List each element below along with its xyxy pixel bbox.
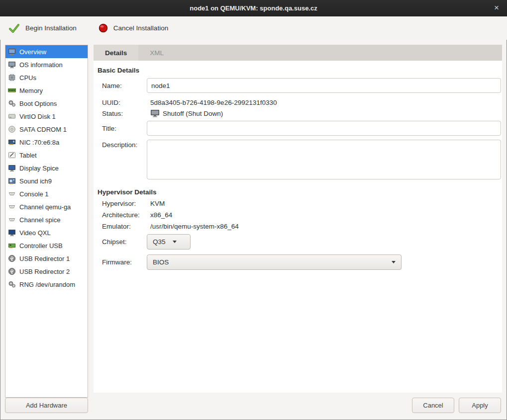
firmware-dropdown[interactable]: BIOS — [147, 254, 402, 270]
sidebar-item-label: Channel spice — [19, 216, 60, 224]
memory-icon — [8, 86, 16, 94]
sidebar-item-label: OS information — [19, 61, 63, 69]
cancel-installation-label: Cancel Installation — [113, 24, 168, 32]
tab-xml[interactable]: XML — [138, 45, 175, 61]
sidebar-item-memory[interactable]: Memory — [5, 84, 88, 97]
sidebar-item-display-spice[interactable]: Display Spice — [5, 162, 88, 174]
name-label: Name: — [102, 82, 147, 89]
tabstrip: Details XML — [94, 45, 502, 61]
boot-icon — [8, 99, 16, 107]
description-label: Description: — [102, 140, 147, 149]
nic-icon — [8, 138, 16, 146]
sidebar-item-rng-dev-urandom[interactable]: RNG /dev/urandom — [5, 278, 88, 291]
sidebar-item-label: Tablet — [19, 152, 37, 159]
sidebar-item-label: USB Redirector 1 — [19, 255, 70, 262]
sidebar-item-label: Display Spice — [19, 165, 59, 172]
firmware-value: BIOS — [153, 258, 169, 266]
toolbar: Begin Installation Cancel Installation — [0, 16, 507, 40]
vm-status-icon — [150, 109, 160, 118]
sidebar-item-channel-qemu-ga[interactable]: Channel qemu-ga — [5, 200, 88, 213]
usb-icon — [8, 254, 16, 262]
cancel-installation-button[interactable]: Cancel Installation — [94, 21, 173, 35]
chevron-down-icon — [173, 241, 177, 243]
begin-installation-label: Begin Installation — [25, 24, 77, 32]
serial-icon — [8, 216, 16, 224]
chipset-label: Chipset: — [102, 238, 147, 246]
sidebar-item-label: Memory — [19, 87, 43, 94]
sidebar-item-overview[interactable]: Overview — [5, 45, 88, 58]
sidebar-item-tablet[interactable]: Tablet — [5, 149, 88, 162]
sidebar-item-virtio-disk-1[interactable]: VirtIO Disk 1 — [5, 110, 88, 123]
basic-details-heading: Basic Details — [98, 67, 501, 74]
hypervisor-value: KVM — [147, 200, 165, 207]
architecture-label: Architecture: — [102, 211, 147, 219]
uuid-value: 5d8a3405-b726-4198-9e26-2992131f0330 — [147, 99, 277, 106]
sidebar-item-label: Boot Options — [19, 100, 57, 107]
serial-icon — [8, 190, 16, 198]
usb-icon — [8, 267, 16, 275]
sidebar-item-label: USB Redirector 2 — [19, 268, 70, 275]
sidebar-item-video-qxl[interactable]: Video QXL — [5, 226, 88, 239]
chipset-value: Q35 — [153, 238, 166, 246]
architecture-value: x86_64 — [147, 211, 172, 219]
sidebar-item-console-1[interactable]: Console 1 — [5, 187, 88, 200]
footer-actions: Cancel Apply — [412, 398, 501, 413]
tab-details[interactable]: Details — [94, 45, 138, 61]
sidebar-item-controller-usb[interactable]: Controller USB — [5, 239, 88, 252]
title-input[interactable] — [147, 121, 501, 136]
emulator-value: /usr/bin/qemu-system-x86_64 — [147, 223, 239, 230]
cpu-icon — [8, 74, 16, 82]
begin-installation-button[interactable]: Begin Installation — [3, 20, 82, 37]
close-icon[interactable]: × — [490, 0, 503, 16]
status-text: Shutoff (Shut Down) — [163, 110, 223, 117]
hypervisor-label: Hypervisor: — [102, 200, 147, 207]
sidebar-list: OverviewOS informationCPUsMemoryBoot Opt… — [5, 45, 88, 398]
tablet-icon — [8, 151, 16, 159]
sidebar-item-label: Console 1 — [19, 190, 49, 198]
sidebar-item-sound-ich9[interactable]: Sound ich9 — [5, 174, 88, 187]
titlebar: node1 on QEMU/KVM: sponde.qa.suse.cz × — [0, 0, 507, 16]
chipset-dropdown[interactable]: Q35 — [147, 234, 191, 250]
sidebar-item-label: VirtIO Disk 1 — [19, 113, 56, 120]
sidebar-item-cpus[interactable]: CPUs — [5, 71, 88, 84]
sidebar-item-label: RNG /dev/urandom — [19, 281, 75, 288]
name-input[interactable] — [147, 78, 501, 93]
checkmark-icon — [8, 22, 20, 34]
sidebar-item-label: SATA CDROM 1 — [19, 126, 67, 133]
title-label: Title: — [102, 125, 147, 132]
cancel-button[interactable]: Cancel — [412, 398, 454, 413]
uuid-label: UUID: — [102, 99, 147, 106]
sidebar-item-usb-redirector-1[interactable]: USB Redirector 1 — [5, 252, 88, 265]
sidebar-item-label: Sound ich9 — [19, 177, 52, 185]
sidebar-item-label: Video QXL — [19, 229, 51, 237]
firmware-label: Firmware: — [102, 258, 147, 266]
description-textarea[interactable] — [147, 140, 501, 179]
chevron-down-icon — [392, 261, 396, 263]
status-label: Status: — [102, 110, 147, 117]
cdrom-icon — [8, 125, 16, 133]
sidebar-item-sata-cdrom-1[interactable]: SATA CDROM 1 — [5, 123, 88, 136]
computer-icon — [8, 48, 16, 56]
os-icon — [8, 61, 16, 69]
hypervisor-details-heading: Hypervisor Details — [98, 188, 501, 196]
sidebar-item-os-information[interactable]: OS information — [5, 58, 88, 71]
emulator-label: Emulator: — [102, 223, 147, 230]
sidebar-item-nic-70-e6-8a[interactable]: NIC :70:e6:8a — [5, 136, 88, 149]
record-stop-icon — [99, 23, 108, 33]
sidebar-item-label: Channel qemu-ga — [19, 203, 71, 211]
sidebar-item-channel-spice[interactable]: Channel spice — [5, 213, 88, 226]
sidebar-item-usb-redirector-2[interactable]: USB Redirector 2 — [5, 265, 88, 278]
apply-button[interactable]: Apply — [459, 398, 501, 413]
sidebar-item-label: Overview — [19, 48, 46, 56]
add-hardware-button[interactable]: Add Hardware — [5, 398, 88, 413]
video-icon — [8, 229, 16, 237]
controller-icon — [8, 242, 16, 250]
disk-icon — [8, 112, 16, 120]
display-icon — [8, 164, 16, 172]
serial-icon — [8, 203, 16, 211]
status-value: Shutoff (Shut Down) — [147, 109, 223, 118]
sound-icon — [8, 177, 16, 185]
rng-icon — [8, 280, 16, 288]
sidebar-item-label: Controller USB — [19, 242, 63, 250]
sidebar-item-boot-options[interactable]: Boot Options — [5, 97, 88, 110]
